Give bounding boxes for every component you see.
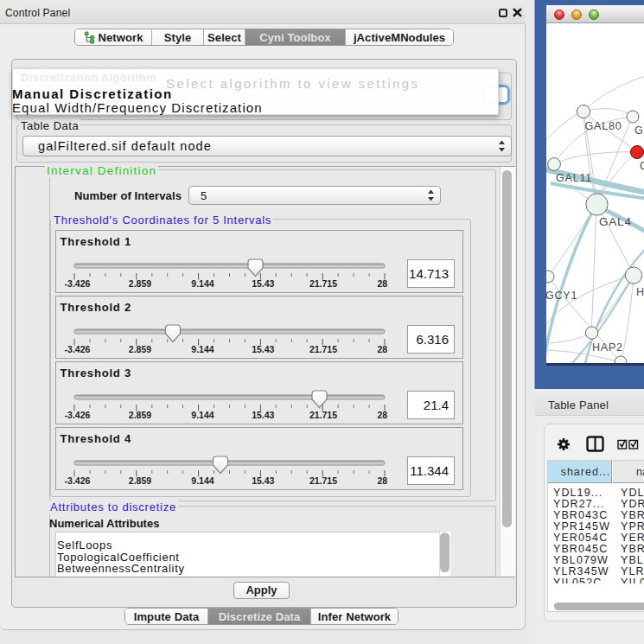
svg-text:28: 28 (377, 475, 387, 486)
svg-text:Threshold 4: Threshold 4 (61, 432, 131, 445)
svg-text:GAL4: GAL4 (599, 215, 632, 228)
svg-text:2.859: 2.859 (129, 410, 151, 420)
svg-text:9.144: 9.144 (191, 344, 214, 354)
svg-text:C: C (640, 160, 644, 172)
svg-text:9.144: 9.144 (191, 475, 214, 486)
svg-text:HAP2: HAP2 (592, 341, 623, 354)
svg-text:21.715: 21.715 (309, 344, 337, 354)
svg-text:9.144: 9.144 (191, 410, 214, 420)
svg-text:-3.426: -3.426 (65, 278, 91, 289)
svg-text:15.43: 15.43 (252, 475, 274, 486)
svg-text:2.859: 2.859 (129, 344, 151, 354)
svg-text:28: 28 (377, 278, 387, 289)
svg-text:2.859: 2.859 (129, 475, 151, 486)
svg-text:-3.426: -3.426 (65, 475, 91, 486)
svg-text:15.43: 15.43 (252, 278, 274, 289)
svg-text:21.715: 21.715 (309, 410, 337, 420)
svg-text:Threshold 3: Threshold 3 (61, 367, 131, 379)
svg-text:H: H (636, 286, 644, 298)
svg-text:28: 28 (377, 344, 387, 354)
svg-text:21.715: 21.715 (309, 278, 337, 289)
svg-text:15.43: 15.43 (252, 410, 274, 420)
svg-text:15.43: 15.43 (252, 344, 274, 354)
svg-text:GAL11: GAL11 (556, 172, 592, 184)
svg-text:GAL80: GAL80 (585, 120, 622, 132)
svg-text:28: 28 (377, 410, 387, 420)
svg-text:GCY1: GCY1 (546, 290, 577, 302)
svg-text:-3.426: -3.426 (65, 344, 91, 354)
svg-text:21.715: 21.715 (309, 475, 337, 486)
svg-text:-3.426: -3.426 (65, 410, 91, 420)
svg-text:Threshold 2: Threshold 2 (61, 301, 131, 314)
svg-text:2.859: 2.859 (129, 278, 151, 289)
svg-text:Threshold 1: Threshold 1 (61, 235, 131, 248)
svg-text:GA: GA (634, 124, 644, 137)
svg-text:9.144: 9.144 (191, 278, 214, 289)
